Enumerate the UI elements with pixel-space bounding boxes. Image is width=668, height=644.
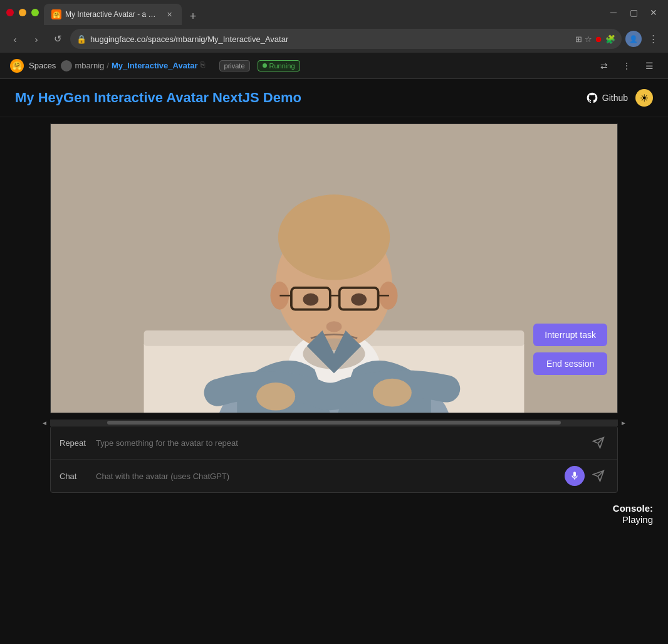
extensions-icon[interactable]: 🧩 (605, 34, 615, 44)
spacesbar-right: ⇄ ⋮ ☰ (595, 57, 658, 75)
console-area: Console: Playing (0, 493, 668, 536)
github-label: Github (602, 93, 628, 103)
send-icon (592, 436, 605, 449)
video-frame: Interrupt task End session (50, 124, 618, 413)
svg-point-19 (373, 379, 412, 407)
browser-titlebar: 🤗 My Interactive Avatar - a Hugg ✕ + ─ ▢… (0, 0, 668, 25)
end-session-button[interactable]: End session (533, 352, 607, 375)
repeat-label: Repeat (60, 438, 91, 448)
scrollbar-thumb[interactable] (107, 421, 561, 425)
chat-input[interactable] (91, 470, 565, 482)
microphone-button[interactable] (565, 466, 585, 486)
tab-favicon: 🤗 (51, 9, 61, 19)
console-label: Console: (613, 503, 653, 514)
more-options-icon[interactable]: ⋮ (618, 57, 635, 75)
chat-row: Chat (51, 460, 617, 492)
private-badge: private (219, 60, 250, 71)
breadcrumb-username: mbarnig (75, 61, 104, 70)
spaces-label: Spaces (29, 61, 56, 70)
active-tab[interactable]: 🤗 My Interactive Avatar - a Hugg ✕ (44, 4, 182, 25)
breadcrumb-sep: / (107, 61, 109, 70)
scroll-right-icon[interactable]: ► (620, 420, 627, 426)
user-avatar (61, 60, 72, 71)
repeat-send-button[interactable] (588, 433, 608, 453)
theme-toggle-button[interactable]: ☀ (635, 89, 653, 107)
translate-icon[interactable]: ⊞ (575, 34, 582, 44)
bookmark-icon[interactable]: ☆ (585, 34, 592, 44)
running-label: Running (269, 62, 295, 70)
minimize-window-btn[interactable] (19, 9, 26, 16)
hamburger-icon[interactable]: ☰ (640, 57, 658, 75)
scrollbar-track[interactable]: ◄ ► (50, 420, 618, 426)
titlebar-controls: ─ ▢ ✕ (605, 4, 662, 21)
svg-point-18 (256, 383, 295, 411)
app-wrapper: My HeyGen Interactive Avatar NextJS Demo… (0, 79, 668, 644)
reload-button[interactable]: ↺ (49, 30, 66, 48)
menu-icon[interactable]: ⋮ (644, 30, 662, 48)
copy-icon[interactable]: ⎘ (201, 60, 212, 71)
github-icon (586, 92, 598, 104)
input-area: Repeat Chat (50, 426, 618, 493)
forward-button[interactable]: › (28, 30, 45, 48)
tab-close-icon[interactable]: ✕ (164, 9, 174, 19)
running-dot (263, 63, 267, 68)
hf-spacesbar: 🤗 Spaces mbarnig / My_Interactive_Avatar… (0, 53, 668, 79)
browser-chrome: 🤗 My Interactive Avatar - a Hugg ✕ + ─ ▢… (0, 0, 668, 79)
tab-bar: 🤗 My Interactive Avatar - a Hugg ✕ + (44, 0, 605, 25)
window-controls (6, 9, 39, 16)
breadcrumb: mbarnig / My_Interactive_Avatar ⎘ privat… (61, 60, 300, 71)
hf-logo: 🤗 (10, 59, 24, 73)
browser-navbar: ‹ › ↺ 🔒 huggingface.co/spaces/mbarnig/My… (0, 25, 668, 53)
address-bar[interactable]: 🔒 huggingface.co/spaces/mbarnig/My_Inter… (70, 29, 622, 49)
interrupt-task-button[interactable]: Interrupt task (533, 324, 607, 346)
mic-icon (570, 471, 580, 481)
breadcrumb-repo[interactable]: My_Interactive_Avatar (112, 61, 198, 70)
secure-icon: 🔒 (76, 34, 86, 44)
scroll-left-icon[interactable]: ◄ (41, 420, 48, 426)
back-button[interactable]: ‹ (6, 30, 24, 48)
minimize-icon[interactable]: ─ (605, 4, 622, 21)
chat-send-icon (592, 470, 605, 482)
chat-label: Chat (60, 472, 91, 481)
video-controls-overlay: Interrupt task End session (533, 324, 607, 375)
nav-right-icons: 👤 ⋮ (625, 30, 662, 48)
app-header-right: Github ☀ (586, 89, 653, 107)
avatar-video (51, 124, 617, 413)
close-icon[interactable]: ✕ (645, 4, 662, 21)
svg-point-16 (326, 321, 342, 332)
svg-point-15 (351, 293, 367, 306)
svg-point-6 (278, 194, 390, 280)
address-text: huggingface.co/spaces/mbarnig/My_Interac… (90, 34, 571, 44)
github-link[interactable]: Github (586, 92, 628, 104)
tab-title: My Interactive Avatar - a Hugg (65, 10, 160, 19)
repeat-row: Repeat (51, 426, 617, 460)
maximize-window-btn[interactable] (31, 9, 39, 16)
svg-point-14 (303, 293, 318, 306)
restore-icon[interactable]: ▢ (625, 4, 642, 21)
close-window-btn[interactable] (6, 9, 14, 16)
settings-icon[interactable]: ⇄ (595, 57, 613, 75)
console-status: Playing (622, 514, 653, 525)
app-title: My HeyGen Interactive Avatar NextJS Demo (15, 90, 301, 106)
address-icons: ⊞ ☆ ⏺ 🧩 (575, 34, 615, 44)
repeat-input[interactable] (91, 437, 588, 449)
app-header: My HeyGen Interactive Avatar NextJS Demo… (0, 79, 668, 117)
video-player: Interrupt task End session (51, 124, 617, 413)
profile-icon[interactable]: 👤 (625, 31, 642, 47)
new-tab-button[interactable]: + (184, 8, 202, 25)
record-icon[interactable]: ⏺ (595, 34, 603, 44)
running-badge: Running (258, 60, 300, 71)
chat-send-button[interactable] (588, 466, 608, 486)
video-container: Interrupt task End session (0, 117, 668, 420)
breadcrumb-user[interactable]: mbarnig (61, 60, 104, 71)
